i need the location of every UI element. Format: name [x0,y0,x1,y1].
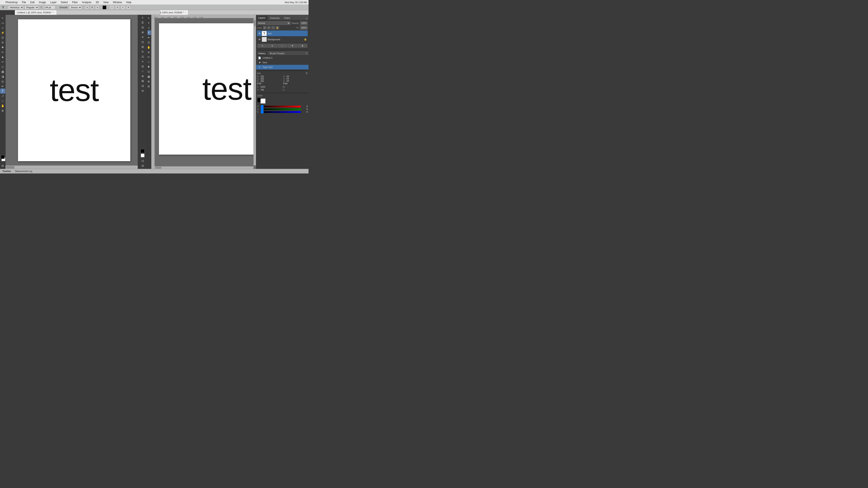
document-tab-left[interactable]: Untitled-1 @ 100% (test, RGB/8) * × [15,10,57,15]
history-menu-btn[interactable]: ☰ [305,51,309,55]
layer-group-btn[interactable]: □ [278,44,287,48]
right-tab-close[interactable]: × [185,11,186,13]
layer-background[interactable]: 👁 Background 🔒 [257,36,308,42]
character-panel-btn[interactable]: A [115,5,120,9]
history-item-type[interactable]: T Type Tool [256,65,309,69]
text-color-swatch[interactable] [102,5,106,9]
healing-tool[interactable]: ✚ [0,45,5,50]
measurement-tab[interactable]: Measurement Log [14,170,33,173]
center-tool-9[interactable]: ⊞ [140,44,145,49]
scrollbar-right-v[interactable] [253,18,256,165]
menu-view[interactable]: View [101,0,111,4]
center-tool-13[interactable]: ⊟ [140,64,145,69]
align-left-btn[interactable]: ≡ [85,5,89,9]
menu-filter[interactable]: Filter [70,0,80,4]
green-slider[interactable] [260,108,301,110]
center-tool-16[interactable]: ⊠ [140,78,145,83]
history-tab[interactable]: History [256,52,268,55]
layer-delete-btn[interactable]: 🗑 [298,44,307,48]
center-bottom-1[interactable]: ⊡ [140,158,145,163]
center-tool-17[interactable]: ⊟ [140,84,145,88]
center-tool-11[interactable]: ⊡ [140,54,145,59]
center-tool-14[interactable]: ☆ [140,69,145,73]
center-tool-10[interactable]: ↻ [140,50,145,54]
blur-tool[interactable]: ◑ [0,74,5,79]
lock-position-btn[interactable]: ↔ [272,26,275,29]
history-brush-tool[interactable]: ↩ [0,60,5,64]
timeline-tab[interactable]: Timeline [1,170,12,173]
opacity-input[interactable] [300,21,308,25]
center-tool-3[interactable]: A [140,15,145,20]
layer-test[interactable]: 👁 T test [257,31,308,36]
layer-vis-bg[interactable]: 👁 [258,38,261,41]
history-item-new[interactable]: ✚ New [256,60,309,65]
paths-tab[interactable]: Paths [282,16,292,20]
type-tool[interactable]: T [0,89,5,93]
center-tool-12[interactable]: ≡ [140,59,145,64]
panel-menu-btn[interactable]: ☰ [305,17,309,20]
center-bottom-2[interactable]: ⊟ [140,163,145,168]
blue-slider[interactable] [260,111,301,113]
crop-tool[interactable]: ⊡ [0,35,5,40]
red-slider[interactable] [260,106,301,107]
dodge-tool[interactable]: ◎ [0,79,5,84]
cancel-btn[interactable]: ✕ [126,5,131,9]
menu-window[interactable]: Window [111,0,124,4]
font-family-select[interactable]: Helvetica [8,5,24,9]
info-menu-btn[interactable]: ☰ [306,72,308,74]
move-tool[interactable]: ↖ [0,16,5,20]
menu-analysis[interactable]: Analysis [80,0,93,4]
align-center-btn[interactable]: ☰ [90,5,94,9]
right-document-canvas[interactable]: test [159,23,256,155]
screen-mode-btn[interactable]: ⊟ [0,163,5,168]
layer-new-btn[interactable]: ✚ [287,44,297,48]
clone-tool[interactable]: ♣ [0,55,5,59]
center-tool-8[interactable]: ⊡ [140,40,145,44]
layer-filter-btn[interactable]: ⊡ [257,44,267,48]
font-size-input[interactable] [43,5,55,9]
blend-mode-select[interactable]: Normal [257,21,290,25]
center-tool-4[interactable]: ☰ [140,20,145,25]
gradient-tool[interactable]: ▦ [0,69,5,74]
pen-tool[interactable]: ✒ [0,84,5,89]
lock-image-btn[interactable]: ✏ [267,26,271,29]
menu-file[interactable]: File [20,0,28,4]
center-tool-18[interactable]: ⊘ [140,88,145,93]
menu-image[interactable]: Image [37,0,48,4]
center-tool-7[interactable]: ✕ [140,35,145,39]
font-style-select[interactable]: Regular [25,5,39,9]
history-item-untitled[interactable]: 📄 Untitled-1 [256,56,309,60]
align-right-btn[interactable]: ≡ [95,5,99,9]
fill-input[interactable] [300,26,308,30]
hand-tool[interactable]: ✋ [0,103,5,108]
layers-tab[interactable]: Layers [256,16,268,20]
zoom-tool[interactable]: ⊕ [0,108,5,113]
brush-tool[interactable]: ✏ [0,50,5,55]
lock-all-btn[interactable]: 🔒 [276,26,279,29]
eyedropper-tool[interactable]: ⊘ [0,40,5,45]
tab-close-left[interactable]: × [53,11,55,13]
antialiasing-select[interactable]: Smooth [69,5,82,9]
quick-select-tool[interactable]: ⚡ [0,30,5,35]
menu-3d[interactable]: 3D [94,0,101,4]
shape-tool[interactable]: □ [0,98,5,103]
center-tool-6[interactable]: ⊕ [140,30,145,35]
document-canvas-left[interactable]: test [18,19,130,161]
center-tool-15[interactable]: ⊕ [140,74,145,78]
menu-layer[interactable]: Layer [49,0,58,4]
layer-vis-test[interactable]: 👁 [258,32,261,35]
scrollbar-right-h[interactable] [155,166,253,169]
path-select-tool[interactable]: ↗ [0,94,5,98]
foreground-color[interactable] [1,155,5,159]
center-tool-5[interactable]: ⊟ [140,25,145,30]
bg-color-center[interactable] [141,154,145,157]
menu-help[interactable]: Help [124,0,133,4]
lock-transparency-btn[interactable]: ⊡ [263,26,267,29]
lasso-tool[interactable]: ⌾ [0,25,5,30]
menu-edit[interactable]: Edit [29,0,36,4]
channels-tab[interactable]: Channels [268,16,282,20]
eraser-tool[interactable]: ◻ [0,64,5,69]
fg-color-center[interactable] [141,149,145,153]
marquee-tool[interactable]: ▭ [0,21,5,25]
brush-presets-tab[interactable]: Brush Presets [268,52,286,55]
